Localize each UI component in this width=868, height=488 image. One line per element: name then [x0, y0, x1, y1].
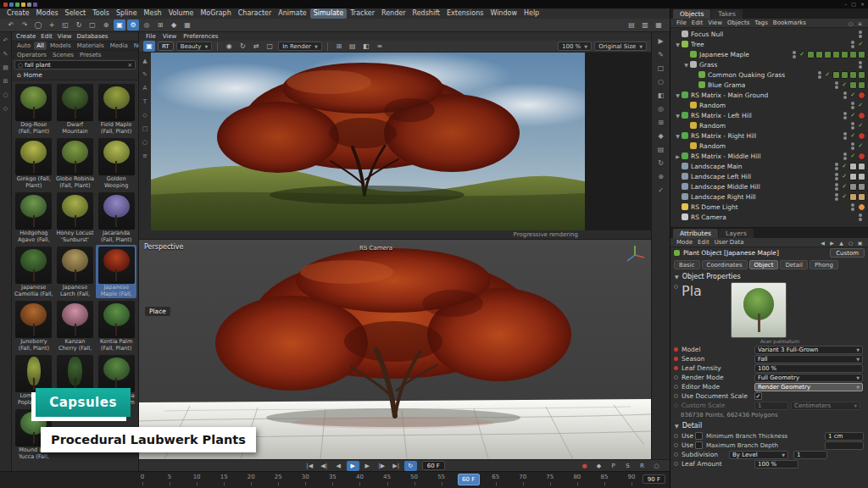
keyframe-dot[interactable] — [674, 403, 678, 408]
rotate-tool-icon[interactable]: ↻ — [654, 158, 668, 169]
next-frame-icon[interactable]: ▶ — [361, 461, 374, 471]
object-row-common-quaking-grass[interactable]: Common Quaking Grass✓ — [670, 69, 868, 80]
object-properties-section[interactable]: ▼ Object Properties — [670, 271, 868, 282]
expander-icon[interactable]: ▼ — [674, 133, 682, 139]
viewport-label[interactable]: Perspective — [144, 243, 183, 251]
enabled-check-icon[interactable]: ✓ — [825, 71, 830, 78]
menu-spline[interactable]: Spline — [113, 8, 141, 19]
asset-item-field-maple-fall-plant[interactable]: Field Maple (Fall, Plant) — [96, 82, 136, 136]
keyframe-dot[interactable] — [674, 357, 678, 361]
zoom-dropdown[interactable]: 100 % ▼ — [558, 42, 592, 51]
enabled-check-icon[interactable]: ✓ — [850, 132, 855, 139]
field-maximum-branch-depth[interactable] — [825, 441, 864, 450]
snap-tool-icon[interactable]: ◆ — [654, 130, 668, 141]
layout-b-icon[interactable]: ▥ — [639, 19, 651, 30]
minimize-icon[interactable]: – — [844, 0, 847, 8]
keyframe-dot[interactable] — [674, 394, 678, 398]
lock-icon[interactable]: ▣ — [855, 239, 865, 247]
keyframe-dot[interactable] — [674, 285, 678, 289]
object-row-random[interactable]: Random✓ — [670, 100, 868, 110]
checkbox-use-document-scale[interactable]: ✓ — [754, 392, 762, 400]
axis-gizmo[interactable] — [624, 243, 646, 265]
snap-diamond-icon[interactable]: ◇ — [1, 103, 11, 113]
prop-tab-detail[interactable]: Detail — [780, 260, 808, 269]
tag-chip[interactable] — [849, 193, 857, 201]
object-row-rs-matrix-left-hill[interactable]: ▼RS Matrix - Left Hill✓ — [670, 110, 868, 120]
coord-system-icon[interactable]: ⊕ — [100, 19, 112, 30]
keyframe-dot[interactable] — [674, 375, 678, 380]
obj-menu-tags[interactable]: Tags — [752, 19, 771, 28]
render-target-dropdown[interactable]: In Render ▼ — [278, 42, 322, 51]
clear-search-icon[interactable]: × — [127, 62, 132, 69]
asset-item-jacaranda-fall-plant[interactable]: Jacaranda (Fall, Plant) — [96, 191, 136, 244]
obj-menu-edit[interactable]: Edit — [689, 19, 706, 28]
layout-a-icon[interactable]: ▤ — [626, 19, 637, 30]
visibility-dots[interactable] — [843, 132, 847, 140]
ab-menu-databases[interactable]: Databases — [74, 32, 110, 41]
tag-chip[interactable] — [849, 71, 857, 79]
next-key-icon[interactable]: |▶ — [376, 461, 388, 471]
filter-tab-operators[interactable]: Operators — [14, 51, 49, 59]
subdivision-level-field[interactable]: 1 — [793, 451, 827, 459]
undo-icon[interactable]: ↶ — [5, 19, 17, 30]
snapshot-icon[interactable]: ◉ — [223, 41, 235, 52]
loop-icon[interactable]: ↻ — [404, 461, 417, 471]
enabled-check-icon[interactable]: ✓ — [858, 142, 863, 149]
render-preview-image[interactable] — [151, 53, 585, 230]
filter-tab-materials[interactable]: Materials — [75, 42, 107, 50]
asset-item-globe-robinia-fall-plant[interactable]: Globe Robinia (Fall, Plant) — [55, 136, 96, 190]
filter-tab-media[interactable]: Media — [108, 42, 131, 50]
menu-animate[interactable]: Animate — [275, 8, 310, 19]
field-minimum-branch-thickness[interactable]: 1 cm — [825, 432, 864, 441]
filter-tab-all[interactable]: All — [34, 42, 47, 50]
search-icon[interactable]: ○ — [846, 19, 855, 27]
pen-icon[interactable]: ✎ — [1, 49, 11, 58]
filter-icon[interactable]: ≡ — [855, 19, 865, 27]
text-t-icon[interactable]: T — [140, 97, 150, 106]
obj-menu-bookmarks[interactable]: Bookmarks — [771, 19, 809, 28]
visibility-dots[interactable] — [843, 112, 847, 119]
field-editor-mode[interactable]: Render Geometry▼ — [754, 383, 863, 391]
menu-help[interactable]: Help — [520, 8, 542, 19]
last-tool-icon[interactable]: ▢ — [86, 19, 98, 30]
ab-menu-view[interactable]: View — [55, 32, 75, 41]
play-icon[interactable]: ▶ — [347, 461, 359, 471]
ab-menu-edit[interactable]: Edit — [38, 32, 55, 41]
obj-menu-view[interactable]: View — [705, 19, 725, 28]
plant-preview-thumbnail[interactable] — [731, 282, 787, 338]
object-row-grass[interactable]: ▼Grass — [670, 59, 868, 69]
visibility-dots[interactable] — [835, 163, 838, 170]
rt-toggle-button[interactable]: RT — [158, 42, 174, 51]
keyframe-dot[interactable] — [674, 443, 678, 447]
leaf-amount-field[interactable]: 100 % — [754, 460, 798, 469]
tag-chip[interactable] — [858, 81, 865, 89]
record-position-icon[interactable]: P — [607, 461, 620, 471]
forward-icon[interactable]: ▶ — [827, 239, 837, 247]
menu-render[interactable]: Render — [378, 8, 409, 19]
tag-chip[interactable] — [841, 71, 849, 79]
menu-lines-icon[interactable]: ≡ — [140, 151, 150, 160]
obj-menu-objects[interactable]: Objects — [725, 19, 752, 28]
tag-chip[interactable] — [858, 71, 865, 79]
field-season[interactable]: Fall▼ — [754, 355, 863, 363]
asset-item-ginkgo-fall-plant[interactable]: Ginkgo (Fall, Plant) — [14, 136, 54, 190]
tag-chip[interactable] — [849, 163, 857, 170]
expander-icon[interactable]: ▼ — [674, 92, 682, 98]
asset-item-kentia-palm-fall-plant[interactable]: Kentia Palm (Fall, Plant) — [96, 299, 136, 352]
layers-tool-icon[interactable]: ▤ — [654, 144, 668, 155]
asset-item-golden-weeping-willow-fall-plant[interactable]: Golden Weeping Willow (Fall, Plant) — [96, 136, 136, 190]
visibility-dots[interactable] — [851, 203, 854, 211]
prop-tab-coordinates[interactable]: Coordinates — [702, 260, 748, 269]
filter-tab-scenes[interactable]: Scenes — [50, 51, 76, 59]
visibility-dots[interactable] — [818, 71, 821, 79]
menu-icon[interactable]: ≡ — [374, 41, 386, 52]
cursor-icon[interactable]: ▲ — [140, 56, 150, 65]
timeline-ruler[interactable]: 90 F 05101520253035404550556065707580859… — [0, 471, 670, 488]
record-rotation-icon[interactable]: R — [636, 461, 648, 471]
tag-chip[interactable] — [849, 81, 857, 89]
magnet-icon[interactable]: ◎ — [141, 19, 153, 30]
visibility-dots[interactable] — [851, 102, 854, 109]
menu-tracker[interactable]: Tracker — [347, 8, 378, 19]
keyframe-dot[interactable] — [674, 385, 678, 389]
render-view-icon[interactable]: ▣ — [114, 19, 125, 30]
